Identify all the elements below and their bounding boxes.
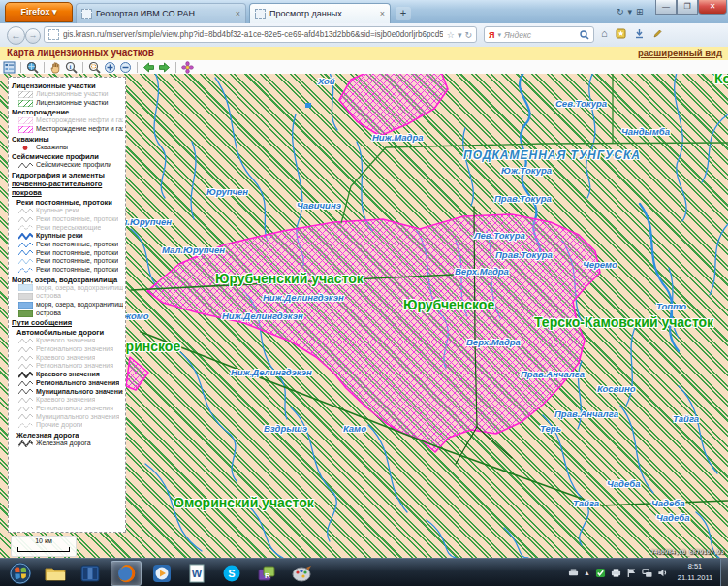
zigzag-gray-swatch	[18, 216, 33, 223]
bookmark-star-icon[interactable]: ☆	[447, 30, 455, 40]
tab-title: Геопортал ИВМ СО РАН	[96, 9, 232, 18]
search-icon[interactable]	[580, 30, 589, 40]
downloads-icon[interactable]	[634, 28, 645, 39]
firefox-menu-button[interactable]: Firefox ▾	[5, 2, 73, 22]
start-button[interactable]	[6, 561, 35, 586]
show-desktop-button[interactable]	[720, 559, 728, 586]
sync-icon[interactable]: ↻	[617, 7, 624, 16]
legend-item: острова	[12, 309, 123, 318]
legend-item: Лицензионные участки	[12, 99, 123, 108]
legend-item-label: Реки пересыхающие	[36, 224, 101, 233]
minimize-button[interactable]: —	[655, 0, 677, 15]
tab-groups-icon[interactable]: ⊞	[636, 7, 644, 16]
tab-geoportal[interactable]: Геопортал ИВМ СО РАН ×	[76, 3, 246, 23]
toolbar-separator	[137, 62, 138, 73]
tab-data-view[interactable]: Просмотр данных ×	[249, 3, 391, 23]
zoom-out-tool-icon[interactable]	[119, 61, 132, 74]
back-button[interactable]: ←	[7, 26, 25, 45]
legend-item-label: Реки постоянные, протоки	[36, 257, 118, 266]
yandex-icon[interactable]: Я	[489, 30, 494, 40]
new-tab-button[interactable]: +	[396, 7, 411, 20]
toolbar-separator	[44, 62, 45, 73]
bookmarks-icon[interactable]	[616, 28, 626, 39]
legend-item: моря, озера, водохранилища	[12, 284, 123, 293]
legend-item: Крупные реки	[12, 232, 123, 241]
svg-text:i: i	[70, 63, 72, 70]
tab-favicon	[255, 9, 266, 19]
url-bar[interactable]: gis.krasn.ru/mserver/simple/view.php?id=…	[44, 26, 477, 43]
status-green-icon[interactable]	[595, 568, 606, 578]
zigzag-black-bold-swatch	[18, 372, 33, 378]
legend-item: острова	[12, 292, 123, 301]
printer-icon[interactable]	[611, 568, 621, 578]
flag-icon[interactable]	[626, 568, 637, 578]
identify-tool-icon[interactable]: i	[65, 61, 78, 74]
legend-panel-content: Лицензионные участкиЛицензионные участки…	[12, 81, 123, 448]
search-input[interactable]: Я ▾ Яндекс	[484, 26, 594, 43]
fill-blue-swatch	[18, 302, 33, 309]
navigation-bar: ← → gis.krasn.ru/mserver/simple/view.php…	[0, 23, 728, 48]
reload-icon[interactable]: ↻	[464, 30, 472, 40]
taskbar-skype[interactable]: S	[217, 562, 246, 585]
zigzag-gray-swatch	[18, 413, 33, 420]
map-toolbar: i	[0, 60, 728, 75]
zigzag-gray-dash-swatch	[18, 224, 33, 231]
taskbar-paint[interactable]	[287, 562, 316, 585]
taskbar-word[interactable]: W	[182, 562, 211, 585]
printer-small-icon[interactable]	[568, 568, 579, 578]
legend-item-label: Краевого значения	[36, 337, 95, 345]
legend-item: Муниципального значения	[12, 413, 123, 422]
hatch-gray-swatch	[18, 91, 33, 98]
refresh-tool-icon[interactable]	[181, 61, 194, 74]
edit-pencil-icon[interactable]	[652, 28, 663, 39]
taskbar-remote-app[interactable]: R	[252, 562, 281, 585]
legend-item-label: Месторождение нефти и газа	[36, 116, 123, 125]
legend-item: Регионального значения	[12, 362, 123, 371]
taskbar-media-player[interactable]	[147, 562, 176, 585]
zoom-extent-tool-icon[interactable]	[26, 61, 39, 74]
zoom-rect-tool-icon[interactable]	[88, 61, 101, 74]
pan-tool-icon[interactable]	[49, 61, 62, 74]
close-button[interactable]: ✕	[698, 0, 727, 15]
legend-item: Реки постоянные, протоки	[12, 266, 123, 275]
toolbar-separator	[82, 62, 83, 73]
zigzag-gray-swatch	[18, 406, 33, 412]
zigzag-gray-dash-swatch	[18, 422, 33, 429]
tab-close-icon[interactable]: ×	[380, 9, 385, 18]
nav-icons: ⌂	[601, 27, 663, 39]
network-icon[interactable]	[642, 568, 652, 578]
legend-item-label: Сейсмические профили	[36, 161, 111, 170]
legend-item: Краевого значения	[12, 371, 123, 379]
legend-section-header: Скважины	[12, 135, 123, 144]
home-icon[interactable]: ⌂	[601, 27, 608, 39]
back-tool-icon[interactable]	[142, 61, 155, 74]
legend-tool-icon[interactable]	[3, 61, 16, 74]
forward-button[interactable]: →	[25, 28, 41, 44]
chevron-down-icon[interactable]: ▾	[497, 31, 501, 39]
legend-item: Железная дорога	[12, 440, 123, 448]
hatch-magenta-swatch	[18, 126, 33, 133]
legend-section-header: Гидрография и элементы почвенно-растител…	[12, 171, 123, 197]
legend-item-label: острова	[36, 292, 61, 301]
volume-icon[interactable]	[657, 568, 668, 578]
legend-item-label: моря, озера, водохранилища	[36, 301, 123, 309]
taskbar-firefox[interactable]	[111, 561, 142, 586]
chevron-down-icon[interactable]: ▾	[628, 7, 633, 16]
zoom-in-tool-icon[interactable]	[104, 61, 116, 74]
forward-tool-icon[interactable]	[158, 61, 171, 74]
taskbar-explorer[interactable]	[41, 562, 70, 585]
legend-item-label: Реки постоянные, протоки	[36, 249, 118, 258]
fill-gray-swatch	[18, 293, 33, 300]
caret-up-icon[interactable]: ▲	[584, 570, 590, 576]
taskbar-clock[interactable]: 8:51 21.11.2011	[672, 561, 718, 584]
taskbar-app-window[interactable]	[76, 562, 105, 585]
maximize-button[interactable]: ❐	[677, 0, 698, 15]
extended-view-link[interactable]: расширенный вид	[638, 48, 722, 58]
scale-bar-label: 10 км	[12, 537, 76, 544]
tab-close-icon[interactable]: ×	[236, 9, 240, 18]
url-text[interactable]: gis.krasn.ru/mserver/simple/view.php?id=…	[63, 30, 443, 39]
hatch-pink-swatch	[18, 117, 33, 124]
scale-bar: 10 км	[11, 536, 77, 557]
chevron-down-icon[interactable]: ▾	[458, 30, 462, 40]
legend-item-label: Муниципального значения	[36, 413, 119, 422]
